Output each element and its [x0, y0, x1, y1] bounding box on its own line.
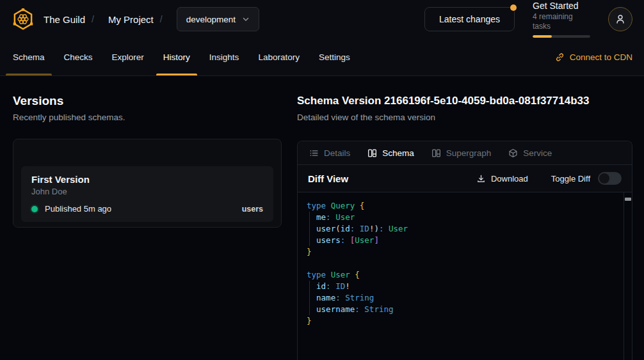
hive-logo[interactable] — [10, 6, 36, 32]
version-status-text: Published 5m ago — [45, 204, 111, 214]
target-selector[interactable]: development — [177, 7, 259, 31]
target-selector-value: development — [186, 15, 236, 24]
cube-icon — [508, 148, 518, 158]
header-right: Latest changes Get Started 4 remaining t… — [424, 1, 632, 38]
switch-knob — [599, 173, 609, 184]
nav-tab-label: Schema — [13, 52, 45, 62]
breadcrumb-separator: / — [160, 14, 163, 24]
version-service-name: users — [242, 205, 263, 214]
connect-to-cdn-label: Connect to CDN — [570, 52, 632, 62]
tab-details[interactable]: Details — [309, 148, 350, 158]
tab-underline — [57, 74, 100, 75]
nav-tab-schema[interactable]: Schema — [3, 38, 54, 75]
schema-version-title: Schema Version 2166196f-5e10-4059-bd0a-0… — [297, 94, 632, 108]
latest-changes-label: Latest changes — [439, 14, 500, 24]
schema-version-subtitle: Detailed view of the schema version — [297, 113, 632, 122]
version-detail-panel: Schema Version 2166196f-5e10-4059-bd0a-0… — [297, 94, 632, 360]
code-line — [307, 258, 620, 269]
published-status-dot — [31, 206, 38, 212]
progress-fill — [533, 35, 552, 38]
code-scrollbar[interactable] — [624, 192, 632, 360]
tab-service[interactable]: Service — [508, 148, 552, 158]
tab-label: Supergraph — [446, 148, 492, 158]
main-content: Versions Recently published schemas. Fir… — [0, 76, 644, 360]
diff-view-title: Diff View — [308, 173, 348, 184]
tab-label: Details — [324, 148, 350, 158]
tab-underline — [202, 74, 246, 75]
nav-tab-explorer[interactable]: Explorer — [102, 38, 154, 75]
code-line: type Query { — [307, 200, 620, 212]
get-started-progress-track — [533, 35, 590, 38]
code-viewer: type Query { me: User user(id: ID!): Use… — [298, 192, 632, 360]
scrollbar-thumb[interactable] — [625, 198, 631, 201]
list-icon — [309, 148, 319, 158]
nav-tab-laboratory[interactable]: Laboratory — [248, 38, 309, 75]
project-nav: Schema Checks Explorer History Insights … — [0, 38, 644, 76]
version-list-item[interactable]: First Version John Doe Published 5m ago … — [21, 166, 273, 222]
versions-subtitle: Recently published schemas. — [13, 113, 297, 122]
versions-panel: Versions Recently published schemas. Fir… — [13, 94, 297, 360]
hive-logo-icon — [11, 7, 35, 31]
code-block[interactable]: type Query { me: User user(id: ID!): Use… — [298, 192, 624, 360]
tab-underline — [312, 74, 357, 75]
nav-tab-label: Settings — [319, 52, 350, 62]
columns-icon — [431, 148, 441, 158]
get-started-widget[interactable]: Get Started 4 remaining tasks — [533, 1, 590, 38]
notification-dot — [510, 4, 517, 11]
get-started-subtitle: 4 remaining tasks — [533, 12, 590, 31]
tab-label: Service — [523, 148, 552, 158]
nav-tab-label: Insights — [209, 52, 239, 62]
diff-view-header: Diff View Download Toggle Diff — [298, 165, 632, 192]
versions-list-card: First Version John Doe Published 5m ago … — [13, 139, 282, 228]
user-icon — [615, 13, 626, 25]
code-line: me: User — [307, 212, 620, 223]
breadcrumb-separator: / — [92, 14, 94, 24]
versions-title: Versions — [13, 94, 297, 108]
version-status-row: Published 5m ago users — [31, 204, 263, 214]
tab-underline — [251, 74, 307, 75]
code-line: username: String — [307, 304, 620, 315]
code-line: users: [User] — [307, 235, 620, 246]
tab-underline — [6, 74, 52, 75]
nav-tab-history[interactable]: History — [154, 38, 200, 75]
toggle-diff-label: Toggle Diff — [551, 174, 590, 184]
download-icon — [476, 174, 486, 184]
latest-changes-button[interactable]: Latest changes — [424, 7, 515, 31]
chevron-down-icon — [242, 15, 250, 23]
user-avatar[interactable] — [608, 7, 632, 31]
code-line: id: ID! — [307, 281, 620, 292]
get-started-title: Get Started — [533, 1, 590, 12]
nav-tab-label: History — [163, 52, 190, 62]
nav-tab-settings[interactable]: Settings — [309, 38, 360, 75]
tab-supergraph[interactable]: Supergraph — [431, 148, 492, 158]
code-line: } — [307, 246, 620, 258]
tab-label: Schema — [382, 148, 414, 158]
columns-icon — [367, 148, 377, 158]
download-label: Download — [491, 174, 528, 184]
code-line: type User { — [307, 269, 620, 281]
tab-schema[interactable]: Schema — [367, 148, 414, 158]
schema-detail-card: Details Schema Supergr — [297, 141, 632, 360]
tab-underline — [105, 74, 151, 75]
code-line: user(id: ID!): User — [307, 223, 620, 235]
version-author: John Doe — [31, 187, 263, 196]
detail-tabs: Details Schema Supergr — [298, 141, 632, 165]
toggle-diff-switch[interactable] — [598, 172, 622, 185]
nav-tab-label: Checks — [64, 52, 93, 62]
tab-underline — [156, 74, 197, 75]
code-line: name: String — [307, 292, 620, 304]
version-name: First Version — [31, 174, 263, 185]
diff-actions: Download Toggle Diff — [476, 172, 622, 185]
download-button[interactable]: Download — [476, 174, 528, 184]
app-header: The Guild / My Project / development Lat… — [0, 0, 644, 38]
code-line: } — [307, 315, 620, 327]
breadcrumb-org[interactable]: The Guild — [44, 14, 85, 25]
breadcrumb-project[interactable]: My Project — [108, 14, 154, 25]
nav-tab-insights[interactable]: Insights — [200, 38, 249, 75]
nav-tab-label: Laboratory — [258, 52, 300, 62]
link-icon — [555, 52, 565, 62]
connect-to-cdn-button[interactable]: Connect to CDN — [555, 38, 632, 75]
nav-tab-checks[interactable]: Checks — [54, 38, 102, 75]
nav-tab-label: Explorer — [112, 52, 144, 62]
